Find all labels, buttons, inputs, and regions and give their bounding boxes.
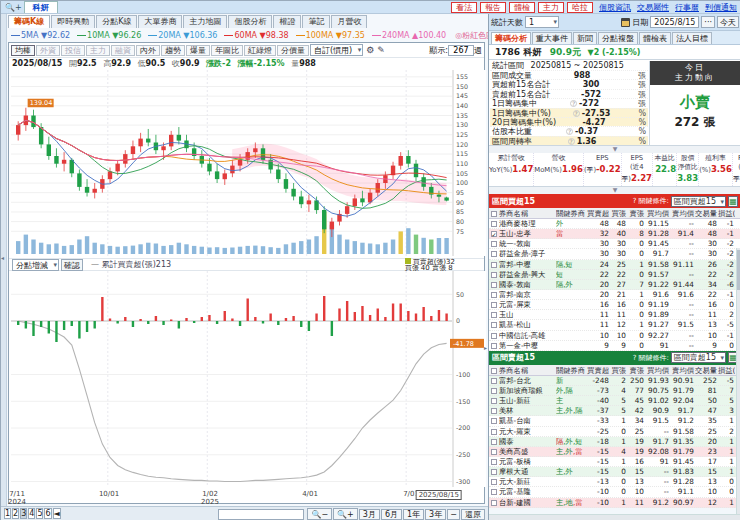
chip-均棒[interactable]: 均棒: [11, 45, 35, 56]
pencil-icon[interactable]: ✎: [377, 45, 385, 55]
row-checkbox[interactable]: [489, 437, 499, 446]
tab-權證[interactable]: 權證: [273, 15, 301, 28]
col-header[interactable]: 損益(萬): [718, 208, 735, 218]
overlay-select[interactable]: 自訂(慣用): [310, 44, 363, 56]
help-icon[interactable]: ?: [573, 110, 580, 117]
col-header[interactable]: 賣均價: [670, 365, 695, 375]
top-button-體檢[interactable]: 體檢: [509, 2, 535, 13]
top-link-行事曆[interactable]: 行事曆: [675, 3, 699, 12]
top-button-報告[interactable]: 報告: [480, 2, 506, 13]
tab-籌碼K線[interactable]: 籌碼K線: [8, 15, 50, 28]
table-row[interactable]: 元大-新莊-13013--91.28130: [489, 477, 740, 487]
range-button-─[interactable]: ─: [447, 509, 460, 520]
table-row[interactable]: 元富-板橋-151169191.45171: [489, 457, 740, 467]
row-checkbox[interactable]: [489, 416, 499, 425]
range-button-3月[interactable]: 3月: [359, 509, 380, 520]
row-checkbox[interactable]: [489, 280, 499, 289]
sell-filter-select[interactable]: 區間賣超15: [671, 352, 726, 363]
help-icon[interactable]: ?: [570, 100, 577, 107]
select-all-checkbox[interactable]: [489, 365, 499, 375]
col-header[interactable]: 買均價: [645, 365, 670, 375]
help-icon[interactable]: ?: [568, 138, 575, 145]
page-button-3[interactable]: 3: [20, 508, 27, 519]
collapse-left-icon[interactable]: ◂: [1, 254, 4, 261]
page-button-1[interactable]: 1: [4, 508, 11, 519]
table-row[interactable]: 富邦-中壢隔,短2425191.5891.1126-2: [489, 260, 740, 270]
top-button-主力[interactable]: 主力: [538, 2, 564, 13]
tab-主力地圖[interactable]: 主力地圖: [183, 15, 227, 28]
panel-tab-法人目標[interactable]: 法人目標: [672, 32, 712, 44]
col-header[interactable]: 損益(萬): [718, 365, 735, 375]
col-header[interactable]: 買張: [610, 365, 627, 375]
tab-大單券商[interactable]: 大單券商: [138, 15, 182, 28]
panel-tab-分點複盤[interactable]: 分點複盤: [598, 32, 638, 44]
row-checkbox[interactable]: [489, 447, 499, 456]
branch-metric-select[interactable]: 分點增減: [12, 259, 59, 271]
chip-主力[interactable]: 主力: [86, 45, 110, 56]
confirm-button[interactable]: 確認: [61, 259, 83, 271]
chip-年圖比[interactable]: 年圖比: [211, 45, 243, 56]
candlestick-chart[interactable]: 1551501451401351301251201151101051009590…: [9, 70, 484, 258]
col-header[interactable]: 交易量: [695, 208, 718, 218]
col-header[interactable]: 交易量: [695, 365, 718, 375]
col-header[interactable]: 券商名稱: [499, 365, 556, 375]
horizontal-scrollbar[interactable]: [489, 514, 740, 520]
table-row[interactable]: 新加坡商瑞銀外,隔-7347790.7591.79817: [489, 386, 740, 396]
row-checkbox[interactable]: [489, 260, 499, 269]
col-header[interactable]: 買賣超: [586, 208, 610, 218]
range-button-6月[interactable]: 6月: [381, 509, 402, 520]
row-checkbox[interactable]: ✓: [489, 229, 499, 238]
row-checkbox[interactable]: [489, 386, 499, 395]
days-select[interactable]: 1: [525, 16, 559, 28]
col-header[interactable]: 賣張: [627, 365, 645, 375]
row-checkbox[interactable]: [489, 498, 499, 507]
tab-月營收[interactable]: 月營收: [331, 15, 367, 28]
vertical-scrollbar[interactable]: [736, 248, 740, 514]
chip-內外[interactable]: 內外: [136, 45, 160, 56]
table-row[interactable]: 玉山1111091.89--112: [489, 310, 740, 320]
table-row[interactable]: 凱基-台南-3313491.591.2351: [489, 416, 740, 426]
row-checkbox[interactable]: [489, 249, 499, 258]
help-icon[interactable]: ?: [633, 197, 637, 205]
row-checkbox[interactable]: [489, 376, 499, 385]
col-header[interactable]: 買張: [610, 208, 627, 218]
date-input[interactable]: 2025/8/15: [650, 16, 699, 28]
table-row[interactable]: 富邦-南京2021191.691.622-1: [489, 290, 740, 300]
panel-tab-籌碼分析[interactable]: 籌碼分析: [491, 32, 531, 44]
row-checkbox[interactable]: [489, 406, 499, 415]
top-link-到價通知[interactable]: 到價通知: [705, 3, 737, 12]
table-row[interactable]: 台新-建國主,地,當-1011191.290.97121: [489, 498, 740, 508]
row-checkbox[interactable]: [489, 467, 499, 476]
table-row[interactable]: 摩根大通主,外-15015--91.83151: [489, 467, 740, 477]
col-header[interactable]: 券商名稱: [499, 208, 556, 218]
calendar-icon[interactable]: [621, 18, 630, 27]
row-checkbox[interactable]: [489, 270, 499, 279]
branch-flow-chart[interactable]: 500-100-150-200-250-300-41.78: [9, 271, 484, 489]
row-checkbox[interactable]: [489, 341, 499, 350]
top-link-交易屬性[interactable]: 交易屬性: [637, 3, 669, 12]
collapse-stats-icon[interactable]: ▼: [489, 146, 740, 153]
table-row[interactable]: 玉山-新莊主-4054591.0292.04505: [489, 396, 740, 406]
col-header[interactable]: 關鍵券商: [556, 208, 586, 218]
table-row[interactable]: 國泰隔,外,短-1811991.791.35201: [489, 437, 740, 447]
row-checkbox[interactable]: [489, 427, 499, 436]
chip-趨勢[interactable]: 趨勢: [161, 45, 185, 56]
help-icon[interactable]: ?: [566, 128, 573, 135]
table-row[interactable]: ✓玉山-忠孝當3240891.2891.448-1: [489, 229, 740, 239]
stock-search-tab[interactable]: 科妍: [24, 1, 58, 13]
tab-分點K線[interactable]: 分點K線: [96, 15, 137, 28]
table-row[interactable]: 中國信託-高雄1010092.27--10-1: [489, 331, 740, 341]
range-input[interactable]: [218, 509, 304, 520]
tab-即時異動[interactable]: 即時異動: [51, 15, 95, 28]
row-checkbox[interactable]: [489, 396, 499, 405]
chip-紅綠燈[interactable]: 紅綠燈: [244, 45, 276, 56]
row-checkbox[interactable]: [489, 290, 499, 299]
row-checkbox[interactable]: [489, 219, 499, 228]
top-button-看法[interactable]: 看法: [451, 2, 477, 13]
panel-tab-新聞[interactable]: 新聞: [573, 32, 597, 44]
more-dates-button[interactable]: ···: [701, 16, 715, 28]
row-checkbox[interactable]: [489, 331, 499, 340]
table-row[interactable]: 港商麥格理外4848091.15--48-1: [489, 219, 740, 229]
range-button-還原[interactable]: 還原: [461, 509, 485, 520]
row-checkbox[interactable]: [489, 239, 499, 248]
